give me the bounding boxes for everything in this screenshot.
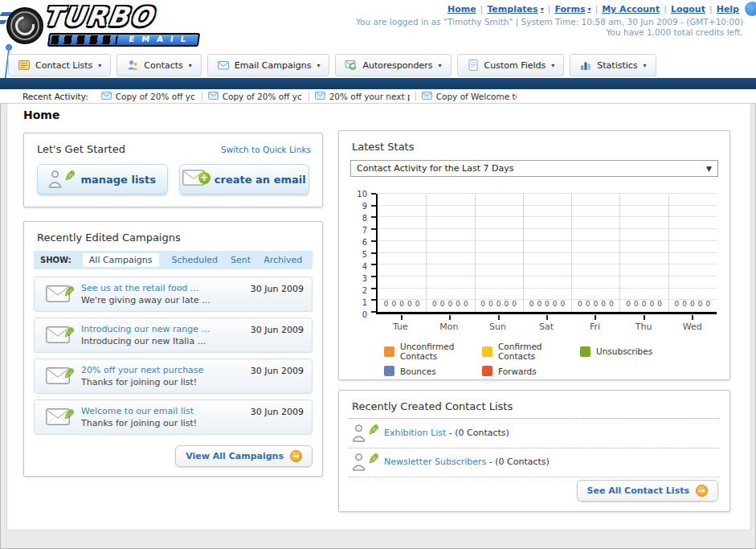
gridline-h: [378, 216, 717, 217]
tab-label: Email Campaigns: [235, 60, 312, 71]
header-link-separator: |: [664, 4, 667, 14]
data-label-zero: 0: [626, 300, 631, 308]
y-tick-label: 1: [362, 298, 367, 307]
latest-stats-panel: Latest Stats Contact Activity for the La…: [338, 130, 730, 380]
campaign-title-link[interactable]: Welcome to our email list: [81, 406, 243, 416]
recent-activity-item[interactable]: 20% off your next p: [315, 92, 410, 101]
legend-item: Confirmed Contacts: [482, 342, 580, 361]
legend-item: Bounces: [384, 366, 482, 376]
zero-value-group: 00000: [523, 294, 571, 309]
y-tick-label: 8: [362, 214, 367, 223]
filter-scheduled[interactable]: Scheduled: [172, 255, 219, 265]
envelope-pencil-icon: ✎: [46, 367, 72, 387]
campaign-title-link[interactable]: See us at the retail food ...: [81, 283, 243, 293]
pencil-icon: ✎: [368, 452, 379, 465]
gridline-h: [378, 276, 717, 277]
person-pencil-icon: ✎: [352, 453, 376, 473]
gridline-h: [378, 288, 717, 289]
chevron-down-icon: ▾: [317, 62, 320, 69]
get-started-title: Let's Get Started: [37, 143, 125, 155]
zero-value-group: 00000: [475, 294, 523, 309]
manage-lists-button[interactable]: ✎ manage lists: [37, 164, 168, 195]
header-link-logout[interactable]: Logout: [671, 4, 705, 14]
data-label-zero: 0: [609, 300, 614, 308]
header-link-label: Help: [717, 4, 739, 14]
pencil-icon: ✎: [63, 367, 75, 380]
gridline-h: [378, 252, 717, 253]
y-tick: [371, 276, 376, 277]
header-link-home[interactable]: Home: [447, 4, 476, 14]
tab-contact-lists[interactable]: Contact Lists▾: [8, 54, 111, 76]
campaign-title-link[interactable]: Introducing our new range ...: [81, 324, 243, 334]
envelope-pencil-icon: ✎: [46, 326, 72, 346]
recent-activity-item[interactable]: Copy of 20% off yc: [101, 92, 196, 101]
latest-stats-title: Latest Stats: [352, 141, 415, 153]
see-all-contact-lists-button[interactable]: See All Contact Lists →: [577, 480, 718, 502]
data-label-zero: 0: [456, 300, 460, 308]
activity-item-label: Copy of 20% off yc: [223, 92, 302, 101]
header-link-help[interactable]: Help: [717, 4, 739, 14]
x-tick-label: Fri: [590, 322, 600, 332]
pencil-icon: ✎: [63, 408, 75, 421]
legend-item: Forwards: [482, 366, 580, 376]
recent-activity-item[interactable]: Copy of 20% off yc: [208, 92, 303, 101]
header-link-my-account[interactable]: My Account: [602, 4, 660, 14]
tab-autoresponders[interactable]: Autoresponders▾: [335, 54, 451, 76]
arrow-right-icon: →: [696, 485, 708, 497]
pencil-icon: ✎: [368, 423, 379, 436]
recent-activity-item[interactable]: Copy of Welcome tc: [422, 92, 517, 101]
tab-contacts[interactable]: Contacts▾: [116, 54, 202, 76]
activity-separator: [309, 92, 309, 101]
contact-list-name-link[interactable]: Exhibition List: [384, 428, 446, 438]
tab-statistics[interactable]: Statistics▾: [570, 54, 656, 76]
campaign-title-link[interactable]: 20% off your next purchase: [81, 365, 243, 375]
person-pencil-icon: ✎: [352, 424, 376, 445]
chevron-down-icon: ▾: [438, 62, 441, 69]
gridline-h: [378, 193, 717, 194]
view-all-campaigns-button[interactable]: View All Campaigns →: [175, 445, 313, 467]
zero-value-group: 00000: [426, 294, 474, 309]
activity-item-label: Copy of 20% off yc: [116, 92, 195, 101]
tab-email-campaigns[interactable]: Email Campaigns▾: [207, 54, 330, 76]
view-all-campaigns-label: View All Campaigns: [186, 451, 284, 461]
login-info: You are logged in as "Timothy Smith" | S…: [356, 17, 743, 27]
recently-created-contact-lists-panel: Recently Created Contact Lists ✎Exhibiti…: [338, 390, 730, 512]
y-tick-label: 3: [362, 274, 367, 283]
view-all-wrap: View All Campaigns →: [175, 445, 313, 467]
filter-all-campaigns[interactable]: All Campaigns: [83, 253, 159, 267]
switch-to-quick-links[interactable]: Switch to Quick Links: [221, 145, 311, 154]
header-link-templates[interactable]: Templates▾: [487, 4, 543, 14]
tab-custom-fields[interactable]: Custom Fields▾: [457, 54, 565, 76]
data-label-zero: 0: [392, 300, 397, 308]
envelope-plus-icon: +: [182, 170, 206, 189]
chat-bubble-icon[interactable]: [745, 2, 756, 16]
data-label-zero: 0: [512, 300, 517, 308]
header-link-separator: |: [480, 4, 484, 14]
data-label-zero: 0: [497, 300, 501, 308]
gridline-h: [378, 205, 717, 206]
contact-list-name-link[interactable]: Newsletter Subscribers: [384, 457, 486, 467]
data-label-zero: 0: [578, 300, 582, 308]
plus-icon: +: [198, 172, 210, 184]
campaign-date: 30 Jun 2009: [251, 284, 304, 294]
data-label-zero: 0: [545, 300, 550, 308]
campaign-subtitle: Thanks for joining our list!: [81, 377, 243, 387]
filter-sent[interactable]: Sent: [231, 255, 251, 265]
campaign-subtitle: Thanks for joining our list!: [81, 418, 243, 428]
filter-archived[interactable]: Archived: [264, 255, 302, 265]
activity-separator: [415, 92, 416, 101]
data-label-zero: 0: [705, 300, 710, 308]
data-label-zero: 0: [682, 300, 687, 308]
campaign-items: ✎See us at the retail food ...We're givi…: [34, 277, 313, 440]
chart-plot: 00000000000000000000000000000000000: [376, 194, 717, 314]
custom-fields-icon: [467, 59, 480, 72]
stats-dropdown[interactable]: Contact Activity for the Last 7 Days ▼: [350, 160, 718, 177]
x-tick-label: Sun: [489, 322, 506, 332]
create-email-button[interactable]: + create an email: [179, 164, 310, 195]
legend-label: Forwards: [498, 367, 537, 376]
get-started-panel: Let's Get Started Switch to Quick Links …: [23, 133, 323, 207]
header-link-forms[interactable]: Forms▾: [554, 4, 590, 14]
x-tick-label: Tue: [393, 322, 408, 332]
chevron-down-icon: ▾: [541, 6, 544, 13]
envelope-icon: [422, 92, 432, 101]
